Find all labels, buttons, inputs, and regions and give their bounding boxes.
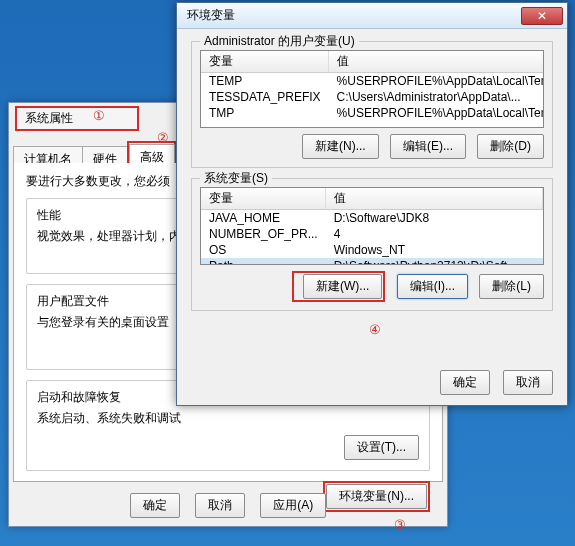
system-variables-list[interactable]: 变量 值 JAVA_HOMED:\Software\JDK8 NUMBER_OF… [200, 187, 544, 265]
annotation-4: ④ [369, 322, 381, 337]
env-dialog-body: Administrator 的用户变量(U) 变量 值 TEMP%USERPRO… [177, 29, 567, 333]
delete-sys-var-button[interactable]: 删除(L) [479, 274, 544, 299]
col-value[interactable]: 值 [329, 51, 544, 73]
col-variable[interactable]: 变量 [201, 188, 326, 210]
table-row: JAVA_HOMED:\Software\JDK8 [201, 210, 543, 227]
system-properties-title-highlight: 系统属性 [15, 106, 139, 131]
settings-button[interactable]: 设置(T)... [344, 435, 419, 460]
new-user-var-button[interactable]: 新建(N)... [302, 134, 379, 159]
user-vars-button-row: 新建(N)... 编辑(E)... 删除(D) [200, 134, 544, 159]
environment-variables-dialog: 环境变量 ✕ Administrator 的用户变量(U) 变量 值 TEMP%… [176, 2, 568, 406]
system-properties-footer: 确定 取消 应用(A) [9, 493, 447, 518]
env-dialog-titlebar[interactable]: 环境变量 ✕ [177, 3, 567, 29]
edit-sys-var-button[interactable]: 编辑(I)... [397, 274, 468, 299]
env-cancel-button[interactable]: 取消 [503, 370, 553, 395]
table-row: PathD:\Software\Python2713\;D:\Soft [201, 258, 543, 265]
sys-vars-button-row: 新建(W)... 编辑(I)... 删除(L) [200, 271, 544, 302]
close-button[interactable]: ✕ [521, 7, 563, 25]
new-sys-var-highlight: 新建(W)... [292, 271, 385, 302]
annotation-1: ① [93, 108, 105, 123]
table-row: OSWindows_NT [201, 242, 543, 258]
system-variables-fieldset: 系统变量(S) 变量 值 JAVA_HOMED:\Software\JDK8 N… [191, 178, 553, 311]
col-variable[interactable]: 变量 [201, 51, 329, 73]
table-row: TESSDATA_PREFIXC:\Users\Administrator\Ap… [201, 89, 544, 105]
env-ok-button[interactable]: 确定 [440, 370, 490, 395]
edit-user-var-button[interactable]: 编辑(E)... [390, 134, 466, 159]
apply-button[interactable]: 应用(A) [260, 493, 326, 518]
delete-user-var-button[interactable]: 删除(D) [477, 134, 544, 159]
user-variables-legend: Administrator 的用户变量(U) [200, 33, 359, 50]
env-dialog-footer: 确定 取消 [430, 370, 553, 395]
table-row: TMP%USERPROFILE%\AppData\Local\Temp [201, 105, 544, 121]
env-dialog-title: 环境变量 [187, 7, 235, 24]
close-icon: ✕ [537, 9, 547, 23]
table-row: TEMP%USERPROFILE%\AppData\Local\Temp [201, 73, 544, 90]
user-variables-list[interactable]: 变量 值 TEMP%USERPROFILE%\AppData\Local\Tem… [200, 50, 544, 128]
table-row: NUMBER_OF_PR...4 [201, 226, 543, 242]
cancel-button[interactable]: 取消 [195, 493, 245, 518]
page-title: 系统属性 [25, 111, 73, 125]
startup-desc: 系统启动、系统失败和调试 [37, 410, 419, 427]
ok-button[interactable]: 确定 [130, 493, 180, 518]
col-value[interactable]: 值 [326, 188, 543, 210]
new-sys-var-button[interactable]: 新建(W)... [303, 274, 382, 299]
user-variables-fieldset: Administrator 的用户变量(U) 变量 值 TEMP%USERPRO… [191, 41, 553, 168]
system-variables-legend: 系统变量(S) [200, 170, 272, 187]
annotation-3: ③ [394, 517, 406, 532]
